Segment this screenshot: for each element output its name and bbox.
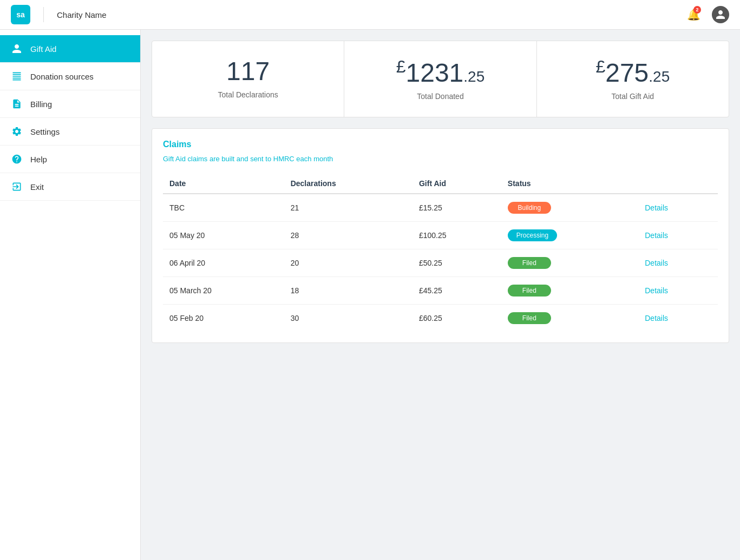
col-header-actions bbox=[638, 174, 718, 194]
logo-mark: sa bbox=[11, 5, 30, 24]
status-badge: Processing bbox=[508, 229, 557, 241]
status-badge: Filed bbox=[508, 285, 551, 297]
claims-table: Date Declarations Gift Aid Status TBC 21… bbox=[163, 174, 718, 332]
details-link[interactable]: Details bbox=[645, 231, 668, 240]
row-status: Filed bbox=[501, 276, 638, 304]
row-date: 05 Feb 20 bbox=[163, 304, 284, 332]
donated-decimal: .25 bbox=[463, 68, 484, 85]
row-declarations: 20 bbox=[284, 249, 412, 276]
row-details[interactable]: Details bbox=[638, 221, 718, 249]
gift-aid-value: £275.25 bbox=[548, 57, 718, 88]
col-header-declarations: Declarations bbox=[284, 174, 412, 194]
claims-subtitle: Gift Aid claims are built and sent to HM… bbox=[163, 155, 718, 163]
sidebar: Gift Aid Donation sources Billing Settin… bbox=[0, 30, 141, 560]
row-details[interactable]: Details bbox=[638, 249, 718, 276]
row-gift-aid: £45.25 bbox=[412, 276, 501, 304]
table-row: 05 Feb 20 30 £60.25 Filed Details bbox=[163, 304, 718, 332]
status-badge: Building bbox=[508, 202, 551, 214]
table-row: 05 March 20 18 £45.25 Filed Details bbox=[163, 276, 718, 304]
logo-area: sa Charity Name bbox=[11, 5, 107, 24]
sidebar-item-billing[interactable]: Billing bbox=[0, 90, 140, 118]
col-header-status: Status bbox=[501, 174, 638, 194]
donated-value: £1231.25 bbox=[355, 57, 525, 88]
stats-row: 117 Total Declarations £1231.25 Total Do… bbox=[152, 41, 729, 117]
stat-card-gift-aid: £275.25 Total Gift Aid bbox=[537, 41, 729, 117]
row-date: TBC bbox=[163, 194, 284, 222]
row-status: Filed bbox=[501, 304, 638, 332]
gear-icon bbox=[11, 126, 23, 137]
gift-aid-currency: £ bbox=[595, 57, 605, 76]
col-header-date: Date bbox=[163, 174, 284, 194]
row-status: Filed bbox=[501, 249, 638, 276]
document-icon bbox=[11, 98, 23, 110]
status-badge: Filed bbox=[508, 257, 551, 269]
sidebar-item-label: Gift Aid bbox=[30, 44, 56, 54]
sidebar-item-label: Settings bbox=[30, 127, 60, 136]
row-declarations: 21 bbox=[284, 194, 412, 222]
sidebar-item-label: Donation sources bbox=[30, 72, 94, 81]
notifications-button[interactable]: 🔔 2 bbox=[685, 6, 702, 23]
user-icon bbox=[715, 9, 726, 20]
header-right: 🔔 2 bbox=[685, 6, 729, 23]
declarations-value: 117 bbox=[163, 57, 333, 86]
sidebar-item-label: Billing bbox=[30, 100, 52, 109]
table-row: 05 May 20 28 £100.25 Processing Details bbox=[163, 221, 718, 249]
details-link[interactable]: Details bbox=[645, 203, 668, 212]
row-status: Processing bbox=[501, 221, 638, 249]
declarations-label: Total Declarations bbox=[163, 90, 333, 99]
sidebar-item-label: Exit bbox=[30, 182, 44, 192]
row-gift-aid: £15.25 bbox=[412, 194, 501, 222]
main-layout: Gift Aid Donation sources Billing Settin… bbox=[0, 30, 740, 560]
row-declarations: 28 bbox=[284, 221, 412, 249]
notification-badge: 2 bbox=[693, 6, 701, 14]
sidebar-item-help[interactable]: Help bbox=[0, 146, 140, 173]
table-icon bbox=[11, 70, 23, 82]
row-details[interactable]: Details bbox=[638, 304, 718, 332]
status-badge: Filed bbox=[508, 312, 551, 324]
details-link[interactable]: Details bbox=[645, 286, 668, 295]
stat-card-declarations: 117 Total Declarations bbox=[152, 41, 344, 117]
table-row: 06 April 20 20 £50.25 Filed Details bbox=[163, 249, 718, 276]
details-link[interactable]: Details bbox=[645, 314, 668, 322]
donated-main: 1231 bbox=[406, 58, 464, 87]
row-details[interactable]: Details bbox=[638, 276, 718, 304]
row-status: Building bbox=[501, 194, 638, 222]
row-declarations: 30 bbox=[284, 304, 412, 332]
charity-name-label: Charity Name bbox=[57, 10, 107, 19]
sidebar-item-gift-aid[interactable]: Gift Aid bbox=[0, 35, 140, 63]
details-link[interactable]: Details bbox=[645, 259, 668, 267]
sidebar-item-donation-sources[interactable]: Donation sources bbox=[0, 63, 140, 90]
row-date: 05 May 20 bbox=[163, 221, 284, 249]
app-header: sa Charity Name 🔔 2 bbox=[0, 0, 740, 30]
row-gift-aid: £60.25 bbox=[412, 304, 501, 332]
row-declarations: 18 bbox=[284, 276, 412, 304]
row-date: 05 March 20 bbox=[163, 276, 284, 304]
person-icon bbox=[11, 43, 23, 55]
col-header-gift-aid: Gift Aid bbox=[412, 174, 501, 194]
header-divider bbox=[43, 7, 44, 22]
claims-title: Claims bbox=[163, 140, 718, 149]
main-content: 117 Total Declarations £1231.25 Total Do… bbox=[141, 30, 740, 560]
row-details[interactable]: Details bbox=[638, 194, 718, 222]
donated-currency: £ bbox=[396, 57, 406, 76]
row-date: 06 April 20 bbox=[163, 249, 284, 276]
gift-aid-main: 275 bbox=[605, 58, 649, 87]
sidebar-item-exit[interactable]: Exit bbox=[0, 173, 140, 201]
row-gift-aid: £100.25 bbox=[412, 221, 501, 249]
sidebar-item-settings[interactable]: Settings bbox=[0, 118, 140, 146]
stat-card-donated: £1231.25 Total Donated bbox=[344, 41, 536, 117]
gift-aid-decimal: .25 bbox=[649, 68, 670, 85]
donated-label: Total Donated bbox=[355, 92, 525, 101]
table-row: TBC 21 £15.25 Building Details bbox=[163, 194, 718, 222]
user-avatar[interactable] bbox=[712, 6, 729, 23]
gift-aid-label: Total Gift Aid bbox=[548, 92, 718, 101]
exit-icon bbox=[11, 181, 23, 193]
claims-section: Claims Gift Aid claims are built and sen… bbox=[152, 128, 729, 343]
row-gift-aid: £50.25 bbox=[412, 249, 501, 276]
help-icon bbox=[11, 153, 23, 165]
sidebar-item-label: Help bbox=[30, 155, 47, 164]
